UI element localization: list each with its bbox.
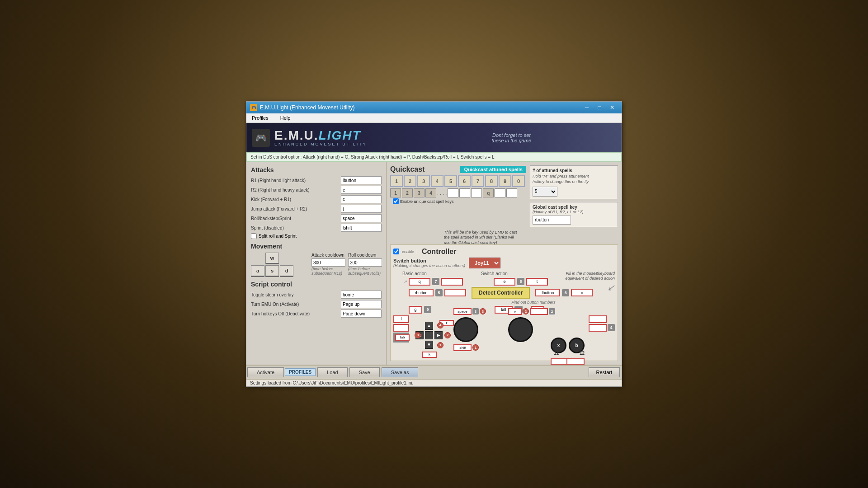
spell-slot-2[interactable]: 2 — [404, 175, 416, 187]
script-input-0[interactable] — [341, 291, 382, 299]
script-label-0: Toggle steam overlay — [251, 292, 339, 297]
ctrl-x-field[interactable] — [551, 358, 569, 365]
split-roll-checkbox[interactable] — [251, 233, 257, 239]
key-d[interactable]: d — [280, 265, 293, 277]
left-panel: Attacks R1 (Right hand light attack) R2 … — [246, 162, 387, 364]
ctrl-switch-t[interactable] — [526, 278, 548, 286]
restart-button[interactable]: Restart — [589, 367, 620, 377]
ctrl-space[interactable] — [453, 308, 472, 315]
attack-input-3[interactable] — [341, 205, 382, 213]
keyboard-hint-arrow: ↙ — [565, 282, 615, 293]
spell-row2-q[interactable]: q — [483, 188, 494, 197]
spell-slot-8[interactable]: 8 — [485, 175, 498, 187]
activate-button[interactable]: Activate — [247, 367, 284, 377]
ctrl-switch-e[interactable] — [494, 278, 515, 286]
global-cast-input[interactable] — [533, 216, 571, 225]
spell-slot-6[interactable]: 6 — [458, 175, 471, 187]
spell-row2-blank5[interactable] — [506, 188, 517, 197]
spell-slot-5[interactable]: 5 — [444, 175, 457, 187]
dpad-num-2: 2 — [444, 332, 451, 338]
spell-row2-4[interactable]: 4 — [425, 188, 436, 197]
spell-row2-blank3[interactable] — [471, 188, 482, 197]
spell-slot-9[interactable]: 9 — [499, 175, 511, 187]
attack-input-2[interactable] — [341, 195, 382, 203]
menu-profiles[interactable]: Profiles — [248, 114, 272, 122]
split-roll-label: Split roll and Sprint — [259, 234, 297, 239]
attack-input-0[interactable] — [341, 176, 382, 184]
ctrl-rs-switch[interactable] — [530, 308, 548, 315]
ctrl-g[interactable] — [409, 306, 422, 314]
spell-slot-7[interactable]: 7 — [472, 175, 484, 187]
detect-controller-button[interactable]: Detect Controller — [472, 287, 530, 299]
load-button[interactable]: Load — [317, 367, 347, 377]
save-button[interactable]: Save — [349, 367, 380, 377]
quickcast-attuned-button[interactable]: Quickcast attuned spells — [460, 166, 526, 173]
info-text: Set in DaS control option: Attack (right… — [250, 155, 495, 160]
controller-dropdown[interactable]: Joy11 Joy1Joy2Joy3 — [469, 258, 500, 268]
key-s[interactable]: s — [265, 265, 279, 277]
spell-row2-blank1[interactable] — [448, 188, 458, 197]
key-w[interactable]: w — [265, 253, 279, 264]
ctrl-basic-q[interactable] — [409, 278, 430, 286]
face-b-label: b — [575, 343, 578, 348]
close-button[interactable]: ✕ — [606, 103, 618, 112]
spell-slot-4[interactable]: 4 — [431, 175, 443, 187]
menubar: Profiles Help — [246, 113, 622, 123]
logo-subtitle: Enhanced Moveset Utility — [274, 142, 367, 146]
spell-row2-3[interactable]: 3 — [414, 188, 425, 197]
ctrl-tab[interactable] — [395, 334, 410, 341]
key-a[interactable]: a — [251, 265, 264, 277]
spell-slot-3[interactable]: 3 — [417, 175, 430, 187]
spell-row2-2[interactable]: 2 — [402, 188, 413, 197]
ctrl-l[interactable] — [393, 315, 409, 323]
attack-cooldown-input[interactable] — [311, 258, 345, 267]
spell-row2-1[interactable]: 1 — [390, 188, 401, 197]
attuned-title: # of attuned spells — [533, 168, 615, 173]
header-note-line1: Dont forget to set — [492, 132, 531, 138]
ctrl-lbutton[interactable] — [535, 289, 560, 296]
attack-label-1: R2 (Right hand heavy attack) — [251, 188, 339, 192]
script-input-1[interactable] — [341, 300, 382, 308]
profiles-tab[interactable]: PROFILES — [285, 368, 316, 376]
roll-cooldown-input[interactable] — [348, 258, 382, 267]
spell-row2-blank4[interactable] — [495, 188, 505, 197]
attuned-box: # of attuned spells Hold "M" and press a… — [530, 165, 618, 227]
attack-input-5[interactable] — [341, 224, 382, 232]
ctrl-right-mid[interactable] — [589, 324, 607, 332]
script-row-1: Turn EMU On (Activate) — [251, 300, 382, 308]
ctrl-right-top[interactable] — [589, 315, 607, 323]
ctrl-rbutton-switch[interactable] — [444, 289, 466, 296]
ctrl-l-2[interactable] — [393, 324, 409, 332]
ctrl-rbutton[interactable] — [409, 289, 434, 296]
switch-sublabel: (Holding it changes the action of others… — [393, 263, 465, 268]
ctrl-v[interactable] — [508, 308, 522, 315]
controller-enable-checkbox[interactable] — [393, 249, 399, 254]
face-x-label: x — [557, 343, 560, 348]
logo-name: E.M.U.LIGHT — [274, 129, 367, 142]
split-roll-row: Split roll and Sprint — [251, 233, 382, 239]
save-as-button[interactable]: Save as — [382, 367, 419, 377]
spell-row2-blank2[interactable] — [459, 188, 470, 197]
spell-slot-1[interactable]: 1 — [390, 175, 403, 187]
attack-input-4[interactable] — [341, 214, 382, 222]
attuned-count-dropdown[interactable]: 5 1234 678910 — [533, 187, 557, 197]
maximize-button[interactable]: □ — [594, 103, 605, 112]
enable-unique-row: Enable unique cast spell keys — [393, 198, 454, 204]
ctrl-lshift[interactable] — [453, 344, 472, 351]
global-cast-label: Global cast spell key — [533, 205, 615, 210]
menu-help[interactable]: Help — [277, 114, 294, 122]
enable-unique-checkbox[interactable] — [393, 198, 399, 204]
minimize-button[interactable]: ─ — [581, 103, 593, 112]
window-title: E.M.U.Light (Enhanced Moveset Utility) — [260, 104, 354, 111]
switch-action-label: Switch action — [481, 271, 508, 276]
ctrl-b-field[interactable] — [566, 358, 585, 365]
main-content: Attacks R1 (Right hand light attack) R2 … — [246, 162, 622, 364]
dpad-center — [425, 331, 433, 339]
script-input-2[interactable] — [341, 310, 382, 318]
switch-label: Switch button — [393, 258, 465, 263]
attack-input-1[interactable] — [341, 186, 382, 194]
roll-cooldown-label: Roll cooldown — [348, 253, 382, 258]
ctrl-k[interactable] — [422, 352, 437, 358]
spell-slot-0[interactable]: 0 — [512, 175, 525, 187]
ctrl-basic-q-switch[interactable] — [441, 278, 463, 286]
